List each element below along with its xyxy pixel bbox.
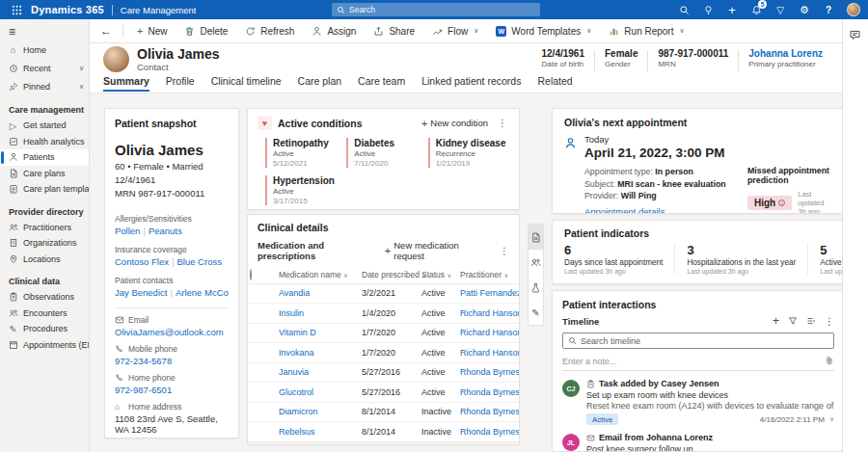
expand-records-icon[interactable] [806, 316, 816, 326]
medication-link[interactable]: Januvia [279, 367, 309, 377]
timeline-search-input[interactable] [581, 336, 828, 346]
column-header-status[interactable]: Status ∨ [420, 266, 458, 283]
home-phone-link[interactable]: 972-987-6501 [115, 385, 172, 395]
timeline-search-box[interactable] [562, 332, 834, 349]
previous-page-icon[interactable]: ← [455, 443, 464, 446]
allergy-link[interactable]: Pollen [115, 226, 140, 236]
insurance-link[interactable]: Blue Cross [176, 256, 221, 267]
sidebar-item-health-analytics[interactable]: Health analytics [0, 134, 89, 150]
tab-profile[interactable]: Profile [166, 75, 195, 90]
practitioner-link[interactable]: Richard Hanson [460, 308, 519, 318]
note-input[interactable] [562, 357, 825, 366]
medication-link[interactable]: Rebelsus [279, 427, 315, 437]
info-icon[interactable] [778, 199, 785, 206]
flow-button[interactable]: Flow ∨ [424, 20, 486, 41]
table-row[interactable]: Diamicron8/1/2014InactiveRhonda Byrnes [248, 402, 519, 422]
sidebar-item-organizations[interactable]: Organizations [0, 235, 89, 252]
sidebar-item-procedures[interactable]: ✎ Procedures [0, 321, 89, 337]
tab-linked-patient-records[interactable]: Linked patient records [421, 75, 521, 90]
tab-clinical-timeline[interactable]: Clinical timeline [211, 75, 282, 90]
practitioner-link[interactable]: Rhonda Byrnes [460, 407, 519, 416]
medication-link[interactable]: Invokana [279, 348, 314, 358]
timeline-entry-email[interactable]: JL Email from Johanna Lorenz Post knee s… [562, 433, 834, 452]
hamburger-menu-icon[interactable]: ≡ [0, 23, 89, 40]
chevron-down-icon[interactable]: ∨ [79, 83, 84, 91]
condition-item[interactable]: Retinopathy Active 5/12/2021 [265, 138, 346, 168]
sidebar-item-recent[interactable]: Recent ∨ [0, 59, 89, 77]
allergy-link[interactable]: Peanuts [149, 226, 182, 236]
condition-item[interactable]: Diabetes Active 7/11/2020 [346, 138, 427, 168]
tab-care-team[interactable]: Care team [358, 75, 405, 90]
word-templates-button[interactable]: W Word Templates ∨ [488, 20, 599, 41]
column-header-date-prescribed[interactable]: Date prescribed ∨ [360, 266, 420, 283]
search-icon[interactable] [678, 4, 690, 15]
email-link[interactable]: OliviaJames@outlook.com [115, 327, 224, 337]
column-header-medication-name[interactable]: Medication name ∨ [277, 266, 360, 283]
sidebar-item-get-started[interactable]: ▷ Get started [0, 118, 89, 134]
refresh-button[interactable]: Refresh [237, 20, 302, 41]
filter-icon[interactable]: ▽ [774, 4, 786, 15]
medication-link[interactable]: Glucotrol [279, 387, 313, 397]
run-report-button[interactable]: Run Report ∨ [601, 20, 692, 41]
tab-summary[interactable]: Summary [103, 75, 149, 92]
note-entry-row[interactable] [562, 352, 834, 371]
insurance-link[interactable]: Contoso Flex [115, 256, 169, 267]
practitioner-link[interactable]: Richard Hanson [460, 328, 519, 337]
practitioner-link[interactable]: Rhonda Byrnes [460, 427, 519, 437]
sidebar-item-pinned[interactable]: Pinned ∨ [0, 77, 89, 95]
contact-link[interactable]: Jay Benedict [115, 287, 167, 298]
assign-button[interactable]: Assign [304, 20, 364, 41]
table-row[interactable]: Rebelsus8/1/2014InactiveRhonda Byrnes [248, 422, 519, 442]
notifications-icon[interactable]: 5 [750, 4, 762, 15]
next-page-icon[interactable]: → [503, 443, 512, 446]
quick-create-icon[interactable]: + [726, 4, 738, 15]
medication-link[interactable]: Insulin [279, 308, 304, 318]
first-page-icon[interactable]: ⇤ [442, 443, 448, 446]
global-search[interactable] [332, 3, 540, 16]
patient-avatar[interactable] [103, 46, 129, 72]
tab-procedures-icon[interactable]: ✎ [529, 300, 543, 325]
back-button[interactable]: ← [95, 24, 117, 38]
more-options-icon[interactable]: ⋮ [496, 118, 509, 128]
table-row[interactable]: Avandia3/2/2021ActivePatti Fernandez [248, 283, 519, 304]
tab-encounters-icon[interactable] [529, 250, 543, 275]
settings-gear-icon[interactable]: ⚙ [799, 4, 810, 15]
table-row[interactable]: Invokana1/7/2020ActiveRichard Hanson [248, 343, 519, 363]
new-medication-request-button[interactable]: + New medication request [385, 240, 492, 261]
practitioner-link[interactable]: Rhonda Byrnes [460, 387, 519, 397]
chevron-down-icon[interactable]: ∨ [79, 65, 84, 72]
contact-link[interactable]: Arlene McCoy [176, 287, 229, 298]
sidebar-item-patients[interactable]: Patients [0, 149, 89, 166]
feedback-chat-icon[interactable] [849, 29, 862, 42]
sidebar-item-practitioners[interactable]: Practitioners [0, 220, 89, 236]
add-timeline-record-icon[interactable]: + [773, 314, 779, 328]
new-condition-button[interactable]: + New condition [421, 118, 488, 129]
table-row[interactable]: Glucotrol5/27/2016ActiveRhonda Byrnes [248, 383, 519, 403]
condition-item[interactable]: Kidney disease Recurrence 1/21/2019 [428, 138, 509, 168]
practitioner-link[interactable]: Patti Fernandez [460, 288, 519, 298]
medication-link[interactable]: Avandia [279, 288, 310, 298]
new-button[interactable]: + New [129, 20, 175, 41]
sidebar-item-care-plan-templates[interactable]: Care plan templates [0, 181, 89, 198]
delete-button[interactable]: Delete [176, 20, 235, 41]
timeline-entry-task[interactable]: CJ Task added by Casey Jensen Set up exa… [562, 379, 834, 425]
sidebar-item-locations[interactable]: Locations [0, 252, 89, 268]
paperclip-icon[interactable] [825, 356, 834, 367]
table-row[interactable]: Vitamin D1/7/2020ActiveRichard Hanson [248, 323, 519, 343]
more-options-icon[interactable]: ⋮ [825, 316, 834, 327]
app-launcher-icon[interactable] [8, 5, 25, 15]
column-header-practitioner[interactable]: Practitioner ∨ [458, 266, 519, 283]
share-button[interactable]: Share [366, 20, 422, 41]
app-name[interactable]: Care Management [121, 5, 197, 15]
tab-lab-results-icon[interactable] [529, 275, 543, 300]
tab-related[interactable]: Related [537, 75, 572, 90]
appointment-details-link[interactable]: Appointment details [584, 206, 665, 215]
sidebar-item-care-plans[interactable]: Care plans [0, 166, 89, 182]
table-row[interactable]: Insulin1/4/2020ActiveRichard Hanson [248, 304, 519, 324]
lightbulb-icon[interactable] [702, 4, 714, 15]
condition-item[interactable]: Hypertension Active 3/17/2015 [265, 175, 346, 205]
tab-care-plan[interactable]: Care plan [298, 75, 342, 90]
sidebar-item-home[interactable]: ⌂ Home [0, 40, 89, 59]
tab-medications-icon[interactable] [529, 225, 543, 250]
sidebar-item-appointments-emr[interactable]: Appointments (EMR) [0, 337, 89, 354]
